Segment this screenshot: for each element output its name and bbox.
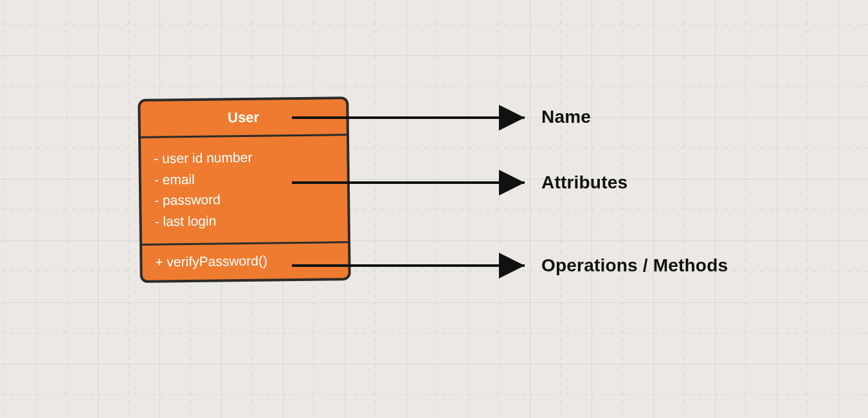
annotation-label-name: Name <box>541 107 591 127</box>
uml-attributes-section: - user id number - email - password - la… <box>141 136 348 246</box>
uml-class-box: User - user id number - email - password… <box>138 96 350 283</box>
uml-operation: + verifyPassword() <box>155 252 335 269</box>
uml-attribute: - password <box>154 188 334 211</box>
uml-attribute: - email <box>154 167 334 190</box>
grid-solid-layer <box>0 0 868 418</box>
uml-attribute: - last login <box>154 209 334 232</box>
uml-class-name-section: User <box>140 99 347 138</box>
annotation-label-operations: Operations / Methods <box>541 255 728 276</box>
canvas: User - user id number - email - password… <box>0 0 868 418</box>
annotation-label-attributes: Attributes <box>541 172 628 193</box>
uml-attribute: - user id number <box>154 146 334 169</box>
uml-class-name: User <box>228 109 259 126</box>
uml-operations-section: + verifyPassword() <box>142 243 348 280</box>
